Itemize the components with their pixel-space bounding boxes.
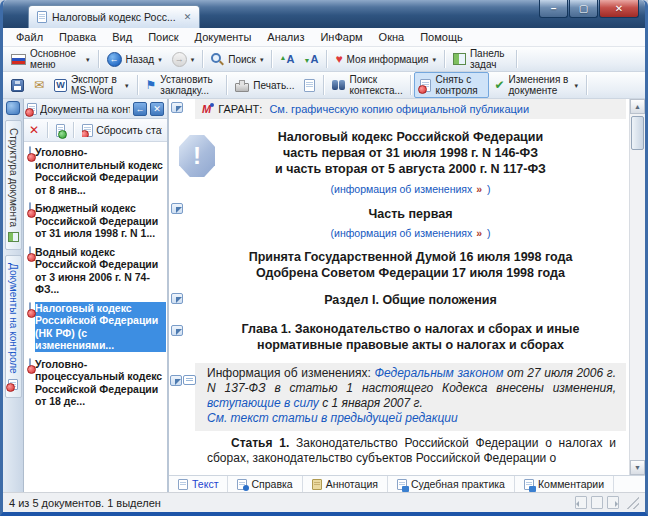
reset-status-button[interactable]: Сбросить стату... [82,124,162,137]
add-document-icon[interactable] [56,124,65,137]
annotation-icon [312,479,322,490]
entering-force-link[interactable]: вступающие в силу [207,396,319,410]
tab-document-structure[interactable]: Структура документа [5,120,22,250]
save-button[interactable] [6,78,29,93]
scrollbar-thumb[interactable] [631,116,644,150]
scroll-up-icon[interactable]: ▲ [630,99,645,114]
close-button[interactable]: ✕ [599,0,639,18]
document-title: Бюджетный кодекс Российской Федерации от… [35,202,166,240]
font-decrease-button[interactable]: ▼A [299,51,323,67]
delete-icon[interactable]: ✕ [29,124,39,136]
search-button[interactable]: Поиск ▾ [206,52,268,67]
set-bookmark-button[interactable]: ⚑ Установить закладку... [141,73,224,97]
official-copy-link[interactable]: См. графическую копию официальной публик… [269,103,529,115]
scroll-down-icon[interactable]: ▼ [630,460,645,475]
changes-infobox: Информация об изменениях: Федеральным за… [195,363,626,431]
toolbar-separator [73,122,74,138]
list-item[interactable]: Бюджетный кодекс Российской Федерации от… [29,202,166,240]
menu-infarm[interactable]: ИнФарм [312,31,370,43]
changes-info-link[interactable]: (информация об изменениях » ) [195,183,626,195]
printer-icon [235,83,249,92]
export-word-label: Экспорт в MS-Word [71,74,121,96]
menu-view[interactable]: Вид [104,31,140,43]
list-item[interactable]: Водный кодекс Российской Федерации от 3 … [29,246,166,296]
tab-annotation-label: Аннотация [326,478,378,490]
context-search-button[interactable]: Поиск контекста... [327,73,407,97]
next-document-icon[interactable] [607,496,619,509]
fragment-menu-icon[interactable] [171,203,183,214]
print-preview-button[interactable] [299,78,320,93]
print-button[interactable]: Печать... [230,78,299,93]
chapter-heading: Глава 1. Законодательство о налогах и сб… [195,321,626,353]
menu-bar: Файл Правка Вид Поиск Документы Анализ И… [3,28,645,47]
document-text: М ГАРАНТ: См. графическую копию официаль… [195,99,629,475]
list-item[interactable]: Уголовно-процессуальный кодекс Российско… [29,358,166,408]
my-information-button[interactable]: ♥ Моя информация ▾ [330,53,440,66]
panel-close-button[interactable]: ✕ [150,102,164,116]
tab-court-practice[interactable]: Судебная практика [388,476,515,492]
garant-label: ГАРАНТ: [218,103,262,115]
menu-documents[interactable]: Документы [187,31,260,43]
resize-grip[interactable] [627,497,639,509]
document-changes-button[interactable]: ✔ Изменения в документе ▾ [489,73,583,97]
view-tab-bar: Текст Справка Аннотация Судебная практик… [169,475,645,492]
changes-info-link[interactable]: (информация об изменениях » ) [195,227,626,239]
ms-word-icon: W [54,79,67,92]
my-information-label: Моя информация [347,54,429,65]
fragment-menu-icon[interactable] [170,375,182,386]
export-word-button[interactable]: W Экспорт в MS-Word ▾ [49,73,134,97]
fragment-menu-icon[interactable] [171,325,183,336]
document-title-heading: Налоговый кодекс Российской Федерации ча… [195,129,626,177]
save-icon [11,79,24,92]
document-list-icon[interactable] [591,496,603,509]
forward-button[interactable]: → ▾ [167,51,200,68]
task-panel-button[interactable]: Панель задач [448,47,513,71]
previous-document-icon[interactable] [575,496,587,509]
menu-search[interactable]: Поиск [140,31,186,43]
tab-comments[interactable]: Комментарии [515,476,614,492]
bookmark-flag-icon: ⚑ [146,79,157,91]
panel-dock-button[interactable]: ← [133,102,147,116]
section-heading: Раздел I. Общие положения [195,293,626,307]
menu-windows[interactable]: Окна [371,31,413,43]
list-item[interactable]: Уголовно-исполнительный кодекс Российско… [29,146,166,196]
tab-documents-on-control[interactable]: Документы на контроле [5,255,22,398]
minimize-button[interactable]: – [539,0,568,18]
main-menu-button[interactable]: Основное меню ▾ [6,47,95,71]
panel-header: Документы на контроле ← ✕ [24,99,167,119]
pin-icon[interactable] [6,101,20,115]
menu-help[interactable]: Помощь [412,31,471,43]
search-label: Поиск [228,54,256,65]
chevron-down-icon: ▾ [575,80,579,91]
document-title: Налоговый кодекс Российской Федерации (Н… [35,302,166,352]
toolbar-separator [410,75,411,95]
remove-from-control-button[interactable]: Снять с контроля [414,72,489,98]
font-increase-button[interactable]: ▲A [275,51,299,67]
menu-file[interactable]: Файл [8,31,51,43]
federal-law-link[interactable]: Федеральным законом [371,366,504,380]
comment-bubble-icon[interactable] [183,375,196,385]
tab-close-icon[interactable]: ✕ [184,12,192,22]
previous-edition-link[interactable]: См. текст статьи в предыдущей редакции [207,411,458,425]
maximize-button[interactable]: ▢ [569,0,598,18]
fragment-menu-icon[interactable] [171,293,183,304]
documents-on-control-label: Документы на контроле [8,263,19,374]
tab-text[interactable]: Текст [169,476,228,492]
part-heading: Часть первая [195,207,626,221]
tab-help[interactable]: Справка [228,476,302,492]
send-mail-button[interactable]: ✉ [29,78,49,92]
back-arrow-icon: ← [107,52,122,67]
print-label: Печать... [253,80,294,91]
document-pane: ! М ГАРАНТ: См. графическую копию официа… [169,99,645,492]
vertical-scrollbar[interactable]: ▲ ▼ [629,99,645,475]
tab-annotation[interactable]: Аннотация [303,476,388,492]
envelope-icon: ✉ [34,79,44,91]
document-tab[interactable]: Налоговый кодекс Росс... ✕ [28,5,200,28]
heart-icon: ♥ [335,54,342,65]
document-icon [37,11,47,23]
list-item-selected[interactable]: Налоговый кодекс Российской Федерации (Н… [29,302,166,352]
menu-analysis[interactable]: Анализ [259,31,312,43]
fragment-menu-icon[interactable] [171,102,183,113]
menu-edit[interactable]: Правка [51,31,104,43]
back-button[interactable]: ← Назад ▾ [102,51,167,68]
